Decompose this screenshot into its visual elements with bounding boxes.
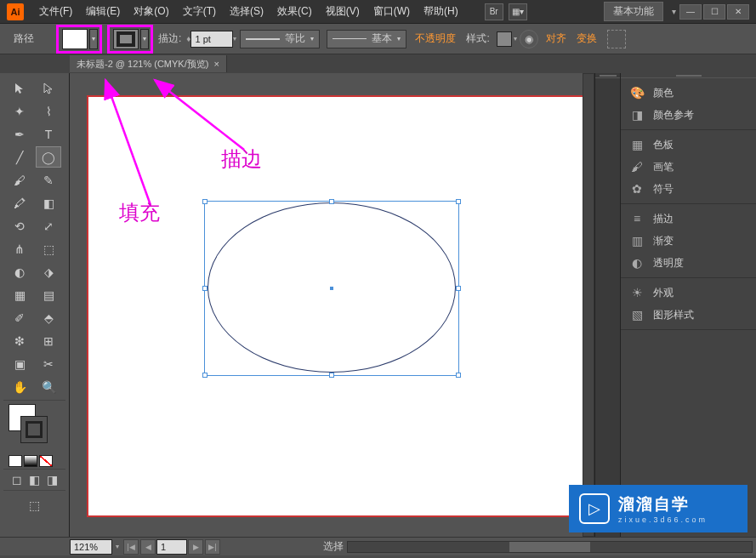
menu-select[interactable]: 选择(S)	[223, 4, 270, 19]
color-mode-btn[interactable]	[9, 455, 22, 467]
panel-stroke[interactable]: ≡ 描边	[621, 208, 756, 230]
inside-draw-mode[interactable]: ◨	[46, 472, 59, 487]
gradient-tool[interactable]: ▤	[36, 284, 61, 305]
chevron-down-icon[interactable]: ▾	[514, 35, 517, 43]
workspace-switcher[interactable]: 基本功能	[604, 2, 663, 21]
stroke-color-swatch[interactable]	[20, 416, 48, 443]
stroke-dropdown[interactable]: ▾	[140, 29, 149, 49]
graph-tool[interactable]: ⊞	[36, 330, 61, 351]
selection-tool[interactable]	[7, 77, 32, 99]
pencil-tool[interactable]: ✎	[36, 169, 61, 191]
zoom-input[interactable]	[70, 539, 112, 555]
eyedropper-tool[interactable]: ✐	[7, 307, 32, 328]
align-label[interactable]: 对齐	[546, 31, 566, 46]
none-mode-btn[interactable]	[39, 455, 53, 467]
chevron-down-icon[interactable]: ▾	[233, 35, 236, 43]
gradient-mode-btn[interactable]	[24, 455, 37, 467]
blob-brush-tool[interactable]: 🖍	[7, 192, 32, 214]
opacity-label[interactable]: 不透明度	[415, 31, 456, 46]
line-tool[interactable]: ╱	[7, 146, 32, 168]
fill-dropdown[interactable]: ▾	[89, 29, 98, 49]
panel-color-guide[interactable]: ◨ 颜色参考	[621, 104, 756, 126]
menu-file[interactable]: 文件(F)	[32, 4, 79, 19]
canvas-area[interactable]: 填充 描边	[70, 73, 594, 537]
close-button[interactable]: ✕	[727, 4, 749, 20]
handle-bl[interactable]	[202, 373, 207, 378]
artboard-input[interactable]	[156, 539, 187, 555]
mesh-tool[interactable]: ▦	[7, 284, 32, 305]
blend-tool[interactable]: ⬘	[36, 307, 61, 328]
arrange-icon[interactable]: ▦▾	[509, 3, 527, 20]
hand-tool[interactable]: ✋	[7, 376, 32, 397]
last-artboard-btn[interactable]: ▶|	[205, 539, 220, 555]
lasso-tool[interactable]: ⌇	[36, 100, 61, 122]
handle-mr[interactable]	[456, 286, 461, 291]
free-transform-tool[interactable]: ⬚	[36, 238, 61, 259]
maximize-button[interactable]: ☐	[703, 4, 725, 20]
artboard-tool[interactable]: ▣	[7, 353, 32, 374]
chevron-down-icon[interactable]: ▾	[116, 543, 119, 550]
width-tool[interactable]: ⋔	[7, 238, 32, 259]
prev-artboard-btn[interactable]: ◀	[140, 539, 156, 555]
type-tool[interactable]: T	[36, 123, 61, 145]
scrollbar-thumb[interactable]	[509, 542, 590, 552]
handle-tc[interactable]	[329, 199, 334, 204]
handle-bc[interactable]	[329, 373, 334, 378]
fill-stroke-indicator[interactable]	[9, 404, 60, 452]
menu-help[interactable]: 帮助(H)	[417, 4, 465, 19]
magic-wand-tool[interactable]: ✦	[7, 100, 32, 122]
rotate-tool[interactable]: ⟲	[7, 215, 32, 236]
pen-tool[interactable]: ✒	[7, 123, 32, 145]
perspective-tool[interactable]: ⬗	[36, 261, 61, 282]
paintbrush-tool[interactable]: 🖌	[7, 169, 32, 191]
shape-builder-tool[interactable]: ◐	[7, 261, 32, 282]
menu-edit[interactable]: 编辑(E)	[79, 4, 127, 19]
menu-object[interactable]: 对象(O)	[127, 4, 175, 19]
normal-draw-mode[interactable]: ◻	[10, 472, 23, 487]
horizontal-scrollbar[interactable]	[347, 541, 753, 553]
brush-dropdown[interactable]: 基本 ▾	[327, 30, 406, 48]
fill-swatch[interactable]	[62, 29, 88, 49]
panel-graphic-styles[interactable]: ▧ 图形样式	[621, 304, 756, 326]
panel-color[interactable]: 🎨 颜色	[621, 82, 756, 104]
vertical-scrollbar[interactable]	[583, 73, 594, 537]
panel-transparency[interactable]: ◐ 透明度	[621, 252, 756, 274]
ellipse-tool[interactable]: ◯	[36, 146, 61, 168]
scale-tool[interactable]: ⤢	[36, 215, 61, 236]
symbol-sprayer-tool[interactable]: ❇	[7, 330, 32, 351]
bridge-icon[interactable]: Br	[485, 3, 503, 20]
recolor-button[interactable]: ◉	[520, 30, 538, 48]
next-artboard-btn[interactable]: ▶	[188, 539, 203, 555]
panel-label: 外观	[653, 286, 674, 300]
eraser-tool[interactable]: ◧	[36, 192, 61, 214]
first-artboard-btn[interactable]: |◀	[123, 539, 139, 555]
panel-appearance[interactable]: ☀ 外观	[621, 282, 756, 304]
menu-view[interactable]: 视图(V)	[319, 4, 367, 19]
handle-ml[interactable]	[202, 286, 207, 291]
stroke-weight-input[interactable]	[190, 31, 233, 48]
zoom-tool[interactable]: 🔍	[36, 376, 61, 397]
isolate-button[interactable]	[607, 30, 626, 48]
direct-selection-tool[interactable]	[36, 77, 61, 99]
minimize-button[interactable]: —	[679, 4, 702, 20]
handle-tr[interactable]	[456, 199, 461, 204]
panel-gradient[interactable]: ▥ 渐变	[621, 230, 756, 252]
panel-swatches[interactable]: ▦ 色板	[621, 134, 756, 156]
stroke-profile-dropdown[interactable]: 等比 ▾	[240, 30, 320, 48]
stroke-swatch-opt[interactable]	[113, 29, 139, 49]
panel-symbols[interactable]: ✿ 符号	[621, 178, 756, 200]
behind-draw-mode[interactable]: ◧	[28, 472, 41, 487]
document-tab[interactable]: 未标题-2 @ 121% (CMYK/预览) ×	[70, 55, 227, 72]
slice-tool[interactable]: ✂	[36, 353, 61, 374]
transform-label[interactable]: 变换	[577, 31, 597, 46]
handle-tl[interactable]	[202, 199, 207, 204]
menu-window[interactable]: 窗口(W)	[367, 4, 417, 19]
path-label: 路径	[14, 31, 34, 46]
panel-brushes[interactable]: 🖌 画笔	[621, 156, 756, 178]
menu-type[interactable]: 文字(T)	[176, 4, 223, 19]
screen-mode-button[interactable]: ⬚	[22, 494, 48, 515]
style-swatch[interactable]	[497, 31, 512, 47]
menu-effect[interactable]: 效果(C)	[270, 4, 319, 19]
handle-br[interactable]	[456, 373, 461, 378]
tab-close-icon[interactable]: ×	[213, 59, 219, 69]
